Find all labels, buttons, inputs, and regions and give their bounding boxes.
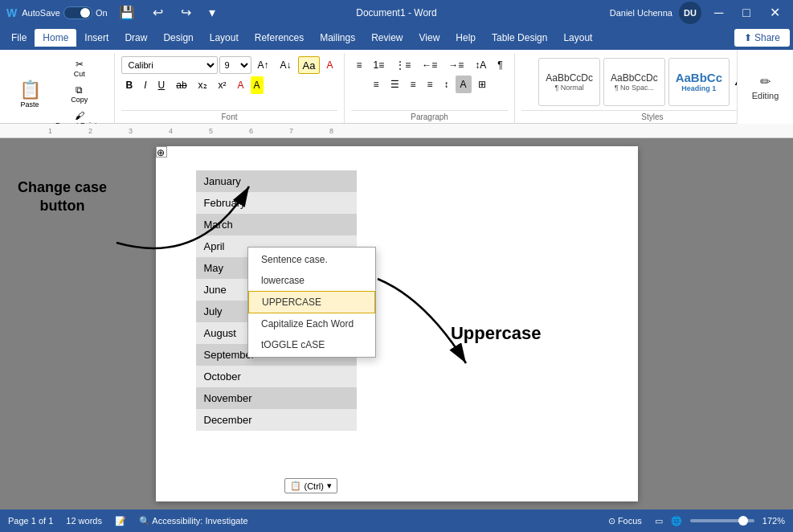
- style-normal-preview: AaBbCcDc: [546, 72, 593, 84]
- zoom-level: 172%: [762, 516, 785, 526]
- menu-mailings[interactable]: Mailings: [312, 29, 363, 47]
- strikethrough-button[interactable]: ab: [171, 76, 191, 94]
- bold-button[interactable]: B: [121, 76, 138, 94]
- document-title: Document1 - Word: [356, 7, 436, 18]
- align-center-button[interactable]: ☰: [386, 76, 404, 93]
- autosave-area: AutoSave On: [22, 6, 107, 19]
- save-button[interactable]: 💾: [112, 3, 141, 23]
- bullets-button[interactable]: ≡: [351, 56, 366, 74]
- table-row: February: [196, 192, 357, 214]
- multilevel-list-button[interactable]: ⋮≡: [390, 56, 415, 74]
- cut-button[interactable]: ✂ Cut: [51, 56, 108, 80]
- menu-layout[interactable]: Layout: [202, 29, 247, 47]
- ribbon-clipboard-group: 📋 Paste ✂ Cut ⧉ Copy 🖌 Format Painter Cl…: [3, 53, 115, 123]
- style-normal[interactable]: AaBbCcDc ¶ Normal: [538, 58, 600, 106]
- layout-area: Change case button ⊕ JanuaryFebruaryMarc…: [0, 138, 793, 509]
- font-row-1: Calibri 9 A↑ A↓ Aa A: [121, 56, 338, 74]
- editing-label: Editing: [752, 91, 779, 100]
- table-row: January: [196, 170, 357, 192]
- superscript-button[interactable]: x²: [214, 76, 231, 94]
- style-heading1[interactable]: AaBbCc Heading 1: [668, 58, 730, 106]
- more-commands-button[interactable]: ▾: [202, 3, 222, 23]
- menu-help[interactable]: Help: [448, 29, 484, 47]
- font-name-select[interactable]: Calibri: [121, 56, 218, 74]
- ribbon-font-group: Calibri 9 A↑ A↓ Aa A B I U ab x₂ x² A: [115, 53, 345, 123]
- word-logo-icon: W: [6, 6, 17, 19]
- paste-icon-small: 📋: [290, 481, 301, 491]
- dropdown-sentence-case[interactable]: Sentence case.: [248, 249, 375, 270]
- italic-button[interactable]: I: [139, 76, 151, 94]
- menu-references[interactable]: References: [247, 29, 312, 47]
- paste-button[interactable]: 📋 Paste: [10, 76, 50, 113]
- uppercase-annotation: Uppercase: [451, 323, 542, 344]
- clear-formatting-button[interactable]: A: [321, 56, 337, 74]
- table-row: December: [196, 409, 357, 431]
- autosave-label: AutoSave: [22, 8, 60, 18]
- paragraph-label: Paragraph: [351, 110, 507, 123]
- menu-review[interactable]: Review: [363, 29, 411, 47]
- dropdown-toggle[interactable]: tOGGLE cASE: [248, 334, 375, 355]
- subscript-button[interactable]: x₂: [194, 76, 212, 94]
- dropdown-uppercase[interactable]: UPPERCASE: [248, 291, 375, 313]
- font-row-2: B I U ab x₂ x² A A: [121, 76, 264, 94]
- decrease-font-button[interactable]: A↓: [276, 56, 296, 74]
- copy-button[interactable]: ⧉ Copy: [51, 82, 108, 106]
- table-row: October: [196, 366, 357, 387]
- change-case-button[interactable]: Aa: [298, 56, 321, 74]
- ruler: 1 2 3 4 5 6 7 8: [0, 124, 793, 138]
- highlight-button[interactable]: A: [251, 76, 264, 94]
- menu-view[interactable]: View: [411, 29, 448, 47]
- numbering-button[interactable]: 1≡: [369, 56, 390, 74]
- underline-button[interactable]: U: [153, 76, 170, 94]
- autosave-knob: [80, 8, 90, 18]
- zoom-thumb: [738, 516, 748, 526]
- redo-button[interactable]: ↪: [174, 3, 198, 23]
- line-spacing-button[interactable]: ↕: [439, 76, 454, 93]
- borders-button[interactable]: ⊞: [473, 76, 491, 93]
- ribbon-paragraph-group: ≡ 1≡ ⋮≡ ←≡ →≡ ↕A ¶ ≡ ☰ ≡ ≡ ↕ A ⊞ Paragra…: [345, 53, 514, 123]
- undo-button[interactable]: ↩: [146, 3, 170, 23]
- dropdown-capitalize[interactable]: Capitalize Each Word: [248, 313, 375, 334]
- share-button[interactable]: ⬆ Share: [734, 29, 790, 47]
- title-bar-right: Daniel Uchenna DU ─ □ ✕: [610, 2, 787, 24]
- font-label: Font: [121, 110, 338, 123]
- justify-button[interactable]: ≡: [423, 76, 438, 93]
- dropdown-lowercase[interactable]: lowercase: [248, 270, 375, 291]
- table-move-handle[interactable]: ⊕: [156, 146, 167, 158]
- paste-options-popup[interactable]: 📋 (Ctrl) ▾: [284, 478, 337, 493]
- shading-button[interactable]: A: [456, 76, 472, 93]
- align-left-button[interactable]: ≡: [369, 76, 384, 93]
- style-heading-label: Heading 1: [681, 84, 716, 92]
- menu-design[interactable]: Design: [155, 29, 201, 47]
- menu-file[interactable]: File: [3, 29, 35, 47]
- change-case-dropdown: Sentence case. lowercase UPPERCASE Capit…: [247, 247, 376, 358]
- indent-increase-button[interactable]: →≡: [444, 56, 468, 74]
- ribbon: 📋 Paste ✂ Cut ⧉ Copy 🖌 Format Painter Cl…: [0, 50, 793, 124]
- view-mode-web[interactable]: 🌐: [671, 516, 682, 526]
- menu-home[interactable]: Home: [35, 29, 76, 47]
- close-button[interactable]: ✕: [763, 3, 787, 23]
- font-color-button[interactable]: A: [233, 76, 249, 94]
- menu-insert[interactable]: Insert: [76, 29, 116, 47]
- style-no-space[interactable]: AaBbCcDc ¶ No Spac...: [603, 58, 665, 106]
- minimize-button[interactable]: ─: [708, 3, 730, 23]
- zoom-slider[interactable]: [690, 519, 754, 522]
- menu-layout2[interactable]: Layout: [555, 29, 600, 47]
- paste-dropdown-icon: ▾: [327, 481, 332, 491]
- indent-decrease-button[interactable]: ←≡: [417, 56, 442, 74]
- align-right-button[interactable]: ≡: [406, 76, 421, 93]
- focus-button[interactable]: ⊙ Focus: [603, 514, 647, 528]
- show-hide-button[interactable]: ¶: [493, 56, 507, 74]
- copy-icon: ⧉: [76, 84, 83, 96]
- menu-draw[interactable]: Draw: [116, 29, 155, 47]
- autosave-toggle[interactable]: [63, 6, 92, 19]
- restore-button[interactable]: □: [736, 3, 757, 23]
- paragraph-content: ≡ 1≡ ⋮≡ ←≡ →≡ ↕A ¶ ≡ ☰ ≡ ≡ ↕ A ⊞: [351, 53, 507, 110]
- increase-font-button[interactable]: A↑: [253, 56, 274, 74]
- style-heading-preview: AaBbCc: [676, 71, 722, 84]
- font-size-select[interactable]: 9: [219, 56, 251, 74]
- paste-ctrl-label: (Ctrl): [305, 481, 324, 491]
- sort-button[interactable]: ↕A: [470, 56, 491, 74]
- menu-table-design[interactable]: Table Design: [484, 29, 555, 47]
- view-mode-print[interactable]: ▭: [655, 516, 663, 526]
